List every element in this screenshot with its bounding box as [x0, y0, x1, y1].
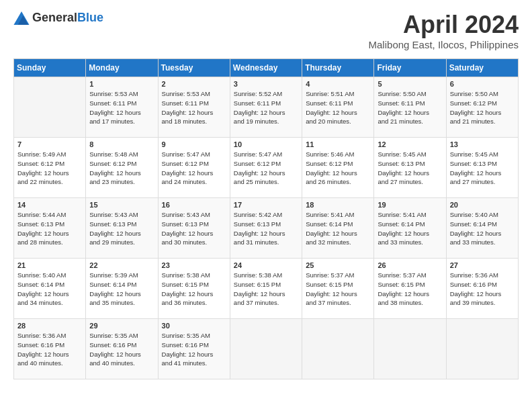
weekday-header-cell: Friday: [374, 59, 446, 77]
calendar-cell: 25Sunrise: 5:37 AM Sunset: 6:15 PM Dayli…: [302, 259, 374, 319]
weekday-header-cell: Tuesday: [158, 59, 230, 77]
day-number: 25: [306, 261, 370, 269]
day-number: 19: [378, 201, 442, 209]
calendar-cell: 24Sunrise: 5:38 AM Sunset: 6:15 PM Dayli…: [230, 259, 302, 319]
calendar-cell: 22Sunrise: 5:39 AM Sunset: 6:14 PM Dayli…: [86, 259, 158, 319]
calendar-cell: 21Sunrise: 5:40 AM Sunset: 6:14 PM Dayli…: [14, 259, 86, 319]
weekday-header-cell: Monday: [86, 59, 158, 77]
day-info: Sunrise: 5:49 AM Sunset: 6:12 PM Dayligh…: [17, 150, 82, 187]
day-info: Sunrise: 5:43 AM Sunset: 6:13 PM Dayligh…: [162, 210, 226, 247]
title-block: April 2024 Malibong East, Ilocos, Philip…: [369, 11, 519, 50]
day-info: Sunrise: 5:46 AM Sunset: 6:12 PM Dayligh…: [306, 150, 370, 187]
calendar-week-row: 14Sunrise: 5:44 AM Sunset: 6:13 PM Dayli…: [14, 198, 519, 259]
day-info: Sunrise: 5:36 AM Sunset: 6:16 PM Dayligh…: [17, 331, 82, 368]
day-info: Sunrise: 5:45 AM Sunset: 6:13 PM Dayligh…: [378, 150, 442, 187]
calendar-cell: 26Sunrise: 5:37 AM Sunset: 6:15 PM Dayli…: [374, 259, 446, 319]
day-number: 18: [306, 201, 370, 209]
calendar-cell: 14Sunrise: 5:44 AM Sunset: 6:13 PM Dayli…: [14, 198, 86, 259]
day-number: 5: [378, 80, 442, 88]
calendar-week-row: 1Sunrise: 5:53 AM Sunset: 6:11 PM Daylig…: [14, 77, 519, 138]
day-number: 13: [450, 140, 515, 148]
day-info: Sunrise: 5:35 AM Sunset: 6:16 PM Dayligh…: [162, 331, 226, 368]
calendar-cell: 4Sunrise: 5:51 AM Sunset: 6:11 PM Daylig…: [302, 77, 374, 138]
day-number: 2: [162, 80, 226, 88]
weekday-header-cell: Thursday: [302, 59, 374, 77]
day-info: Sunrise: 5:40 AM Sunset: 6:14 PM Dayligh…: [450, 210, 515, 247]
day-number: 4: [306, 80, 370, 88]
day-number: 14: [17, 201, 82, 209]
calendar-cell: 23Sunrise: 5:38 AM Sunset: 6:15 PM Dayli…: [158, 259, 230, 319]
calendar-cell: 13Sunrise: 5:45 AM Sunset: 6:13 PM Dayli…: [446, 138, 518, 198]
day-info: Sunrise: 5:52 AM Sunset: 6:11 PM Dayligh…: [234, 89, 298, 126]
calendar-cell: [230, 319, 302, 379]
logo-general-text: General: [32, 11, 77, 24]
day-number: 28: [17, 322, 82, 330]
day-info: Sunrise: 5:51 AM Sunset: 6:11 PM Dayligh…: [306, 89, 370, 126]
calendar-cell: 29Sunrise: 5:35 AM Sunset: 6:16 PM Dayli…: [86, 319, 158, 379]
calendar-cell: 6Sunrise: 5:50 AM Sunset: 6:12 PM Daylig…: [446, 77, 518, 138]
day-number: 23: [162, 261, 226, 269]
calendar-cell: [446, 319, 518, 379]
day-info: Sunrise: 5:35 AM Sunset: 6:16 PM Dayligh…: [89, 331, 154, 368]
day-info: Sunrise: 5:41 AM Sunset: 6:14 PM Dayligh…: [378, 210, 442, 247]
day-number: 7: [17, 140, 82, 148]
day-info: Sunrise: 5:37 AM Sunset: 6:15 PM Dayligh…: [378, 271, 442, 308]
calendar-cell: 1Sunrise: 5:53 AM Sunset: 6:11 PM Daylig…: [86, 77, 158, 138]
day-info: Sunrise: 5:48 AM Sunset: 6:12 PM Dayligh…: [89, 150, 154, 187]
calendar-week-row: 21Sunrise: 5:40 AM Sunset: 6:14 PM Dayli…: [14, 259, 519, 319]
calendar-cell: 3Sunrise: 5:52 AM Sunset: 6:11 PM Daylig…: [230, 77, 302, 138]
weekday-header-cell: Sunday: [14, 59, 86, 77]
calendar-cell: 12Sunrise: 5:45 AM Sunset: 6:13 PM Dayli…: [374, 138, 446, 198]
location-title: Malibong East, Ilocos, Philippines: [369, 39, 519, 50]
day-info: Sunrise: 5:43 AM Sunset: 6:13 PM Dayligh…: [89, 210, 154, 247]
logo: GeneralBlue: [13, 11, 103, 25]
calendar-cell: 5Sunrise: 5:50 AM Sunset: 6:11 PM Daylig…: [374, 77, 446, 138]
logo-icon: [13, 11, 30, 25]
day-number: 20: [450, 201, 515, 209]
calendar-cell: 19Sunrise: 5:41 AM Sunset: 6:14 PM Dayli…: [374, 198, 446, 259]
weekday-header-cell: Wednesday: [230, 59, 302, 77]
day-info: Sunrise: 5:40 AM Sunset: 6:14 PM Dayligh…: [17, 271, 82, 308]
day-info: Sunrise: 5:37 AM Sunset: 6:15 PM Dayligh…: [306, 271, 370, 308]
day-number: 17: [234, 201, 298, 209]
weekday-header-cell: Saturday: [446, 59, 518, 77]
calendar-cell: 8Sunrise: 5:48 AM Sunset: 6:12 PM Daylig…: [86, 138, 158, 198]
calendar-cell: 11Sunrise: 5:46 AM Sunset: 6:12 PM Dayli…: [302, 138, 374, 198]
calendar-body: 1Sunrise: 5:53 AM Sunset: 6:11 PM Daylig…: [14, 77, 519, 379]
day-info: Sunrise: 5:36 AM Sunset: 6:16 PM Dayligh…: [450, 271, 515, 308]
calendar-cell: 18Sunrise: 5:41 AM Sunset: 6:14 PM Dayli…: [302, 198, 374, 259]
day-number: 22: [89, 261, 154, 269]
day-number: 29: [89, 322, 154, 330]
day-number: 8: [89, 140, 154, 148]
day-number: 11: [306, 140, 370, 148]
day-info: Sunrise: 5:47 AM Sunset: 6:12 PM Dayligh…: [234, 150, 298, 187]
day-number: 27: [450, 261, 515, 269]
calendar-cell: 7Sunrise: 5:49 AM Sunset: 6:12 PM Daylig…: [14, 138, 86, 198]
day-number: 16: [162, 201, 226, 209]
day-number: 10: [234, 140, 298, 148]
day-info: Sunrise: 5:50 AM Sunset: 6:11 PM Dayligh…: [378, 89, 442, 126]
calendar-cell: 10Sunrise: 5:47 AM Sunset: 6:12 PM Dayli…: [230, 138, 302, 198]
day-info: Sunrise: 5:38 AM Sunset: 6:15 PM Dayligh…: [162, 271, 226, 308]
day-info: Sunrise: 5:47 AM Sunset: 6:12 PM Dayligh…: [162, 150, 226, 187]
day-info: Sunrise: 5:38 AM Sunset: 6:15 PM Dayligh…: [234, 271, 298, 308]
calendar-cell: 16Sunrise: 5:43 AM Sunset: 6:13 PM Dayli…: [158, 198, 230, 259]
calendar-table: SundayMondayTuesdayWednesdayThursdayFrid…: [13, 58, 519, 379]
calendar-cell: 27Sunrise: 5:36 AM Sunset: 6:16 PM Dayli…: [446, 259, 518, 319]
day-info: Sunrise: 5:41 AM Sunset: 6:14 PM Dayligh…: [306, 210, 370, 247]
calendar-cell: [374, 319, 446, 379]
calendar-cell: [14, 77, 86, 138]
day-number: 12: [378, 140, 442, 148]
day-info: Sunrise: 5:39 AM Sunset: 6:14 PM Dayligh…: [89, 271, 154, 308]
calendar-cell: 30Sunrise: 5:35 AM Sunset: 6:16 PM Dayli…: [158, 319, 230, 379]
month-title: April 2024: [369, 11, 519, 39]
logo-blue-text: Blue: [77, 11, 103, 24]
day-number: 26: [378, 261, 442, 269]
calendar-cell: [302, 319, 374, 379]
header: GeneralBlue April 2024 Malibong East, Il…: [13, 11, 519, 50]
calendar-cell: 17Sunrise: 5:42 AM Sunset: 6:13 PM Dayli…: [230, 198, 302, 259]
calendar-cell: 9Sunrise: 5:47 AM Sunset: 6:12 PM Daylig…: [158, 138, 230, 198]
calendar-cell: 20Sunrise: 5:40 AM Sunset: 6:14 PM Dayli…: [446, 198, 518, 259]
day-info: Sunrise: 5:50 AM Sunset: 6:12 PM Dayligh…: [450, 89, 515, 126]
day-info: Sunrise: 5:42 AM Sunset: 6:13 PM Dayligh…: [234, 210, 298, 247]
